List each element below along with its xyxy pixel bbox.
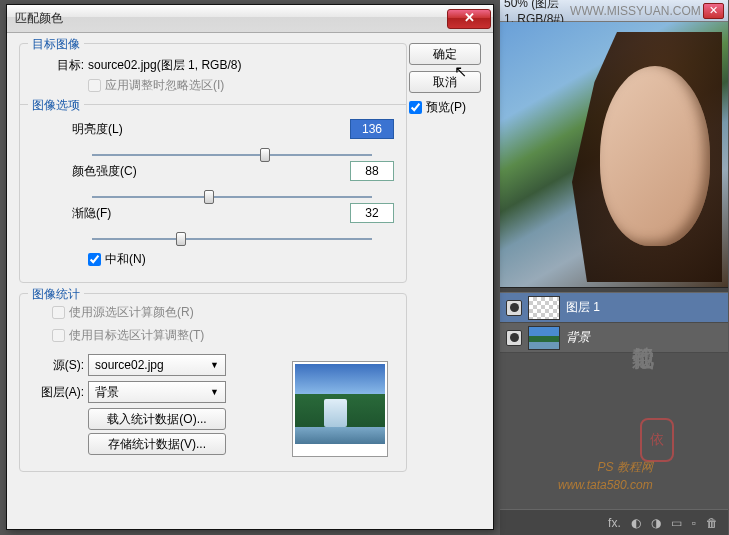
intensity-input[interactable] — [350, 161, 394, 181]
layer-row-layer1[interactable]: 图层 1 — [500, 293, 728, 323]
fade-label: 渐隐(F) — [72, 205, 150, 222]
source-value: source02.jpg — [95, 358, 164, 372]
luminance-slider[interactable] — [92, 153, 372, 157]
neutralize-checkbox[interactable]: 中和(N) — [88, 251, 394, 268]
cancel-button[interactable]: 取消 — [409, 71, 481, 93]
layer-value: 背景 — [95, 384, 119, 401]
chevron-down-icon: ▼ — [210, 387, 219, 397]
source-preview-thumbnail — [292, 361, 388, 457]
ignore-selection-checkbox[interactable]: 应用调整时忽略选区(I) — [88, 77, 394, 94]
use-target-selection-label: 使用目标选区计算调整(T) — [69, 327, 204, 344]
trash-icon[interactable]: 🗑 — [706, 516, 718, 530]
group-legend: 图像统计 — [28, 286, 84, 303]
layer-thumbnail[interactable] — [528, 326, 560, 350]
source-dropdown[interactable]: source02.jpg ▼ — [88, 354, 226, 376]
target-image-group: 目标图像 目标: source02.jpg(图层 1, RGB/8) 应用调整时… — [19, 43, 407, 283]
document-titlebar: 50% (图层 1, RGB/8#) WWW.MISSYUAN.COM ✕ — [500, 0, 728, 22]
layer-name[interactable]: 背景 — [566, 329, 590, 346]
target-value: source02.jpg(图层 1, RGB/8) — [88, 57, 241, 74]
layer-dropdown[interactable]: 背景 ▼ — [88, 381, 226, 403]
layer-row-background[interactable]: 背景 — [500, 323, 728, 353]
ignore-selection-input — [88, 79, 101, 92]
dialog-titlebar[interactable]: 匹配颜色 ✕ — [7, 5, 493, 33]
layer-name[interactable]: 图层 1 — [566, 299, 600, 316]
use-source-selection-input — [52, 306, 65, 319]
ok-button[interactable]: 确定 — [409, 43, 481, 65]
neutralize-label: 中和(N) — [105, 251, 146, 268]
fade-slider[interactable] — [92, 237, 372, 241]
watermark-url-top: WWW.MISSYUAN.COM — [570, 4, 701, 18]
mask-icon[interactable]: ◐ — [631, 516, 641, 530]
close-icon[interactable]: ✕ — [447, 9, 491, 29]
document-canvas[interactable] — [500, 22, 728, 287]
group-legend: 目标图像 — [28, 36, 84, 53]
visibility-icon[interactable] — [506, 300, 522, 316]
load-statistics-button[interactable]: 载入统计数据(O)... — [88, 408, 226, 430]
preview-checkbox[interactable]: 预览(P) — [409, 99, 481, 116]
chevron-down-icon: ▼ — [210, 360, 219, 370]
preview-checkbox-input[interactable] — [409, 101, 422, 114]
group-legend: 图像选项 — [28, 97, 84, 114]
visibility-icon[interactable] — [506, 330, 522, 346]
layer-thumbnail[interactable] — [528, 296, 560, 320]
layer-label: 图层(A): — [32, 384, 88, 401]
ignore-selection-label: 应用调整时忽略选区(I) — [105, 77, 224, 94]
dialog-title: 匹配颜色 — [15, 10, 447, 27]
target-label: 目标: — [32, 57, 88, 74]
use-target-selection-input — [52, 329, 65, 342]
match-color-dialog: 匹配颜色 ✕ 确定 取消 预览(P) 目标图像 目标: source02.jpg… — [6, 4, 494, 530]
save-statistics-button[interactable]: 存储统计数据(V)... — [88, 433, 226, 455]
fade-input[interactable] — [350, 203, 394, 223]
layers-bottom-toolbar: fx. ◐ ◑ ▭ ▫ 🗑 — [500, 509, 728, 535]
new-layer-icon[interactable]: ▫ — [692, 516, 696, 530]
neutralize-input[interactable] — [88, 253, 101, 266]
use-source-selection-checkbox[interactable]: 使用源选区计算颜色(R) — [52, 304, 394, 321]
use-source-selection-label: 使用源选区计算颜色(R) — [69, 304, 194, 321]
folder-icon[interactable]: ▭ — [671, 516, 682, 530]
preview-label: 预览(P) — [426, 99, 466, 116]
intensity-label: 颜色强度(C) — [72, 163, 150, 180]
close-icon[interactable]: ✕ — [703, 3, 724, 19]
use-target-selection-checkbox[interactable]: 使用目标选区计算调整(T) — [52, 327, 394, 344]
fx-icon[interactable]: fx. — [608, 516, 621, 530]
image-statistics-group: 图像统计 使用源选区计算颜色(R) 使用目标选区计算调整(T) 源(S): so… — [19, 293, 407, 472]
luminance-input[interactable] — [350, 119, 394, 139]
source-label: 源(S): — [32, 357, 88, 374]
adjustment-icon[interactable]: ◑ — [651, 516, 661, 530]
composite-photo — [500, 22, 728, 287]
intensity-slider[interactable] — [92, 195, 372, 199]
luminance-label: 明亮度(L) — [72, 121, 150, 138]
